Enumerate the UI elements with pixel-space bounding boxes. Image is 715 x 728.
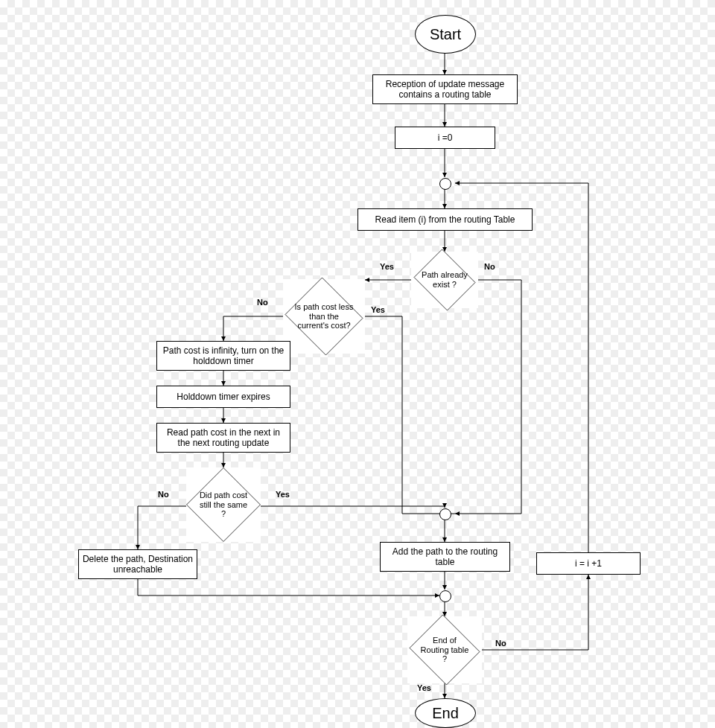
label-end-table-no: No — [495, 639, 506, 648]
path-exist-text: Path already exist ? — [411, 252, 478, 308]
process-read-next: Read path cost in the next in the next r… — [156, 423, 290, 453]
decision-path-exist: Path already exist ? — [411, 252, 478, 308]
arrows-layer — [0, 0, 715, 728]
process-init: i =0 — [395, 127, 495, 149]
end-terminator: End — [415, 698, 476, 728]
increment-text: i = i +1 — [575, 558, 602, 569]
cost-less-text: Is path cost less than the current's cos… — [283, 279, 365, 354]
process-reception: Reception of update message contains a r… — [372, 74, 518, 104]
label-cost-less-yes: Yes — [371, 305, 385, 314]
read-next-text: Read path cost in the next in the next r… — [160, 427, 287, 449]
process-infinity: Path cost is infinity, turn on the holdd… — [156, 341, 290, 371]
connector-1 — [439, 178, 451, 190]
process-add: Add the path to the routing table — [380, 542, 510, 572]
process-expires: Holddown timer expires — [156, 386, 290, 408]
label-path-exist-no: No — [484, 262, 495, 271]
delete-text: Delete the path, Destination unreachable — [82, 554, 194, 575]
label-end-table-yes: Yes — [417, 683, 431, 692]
init-text: i =0 — [438, 132, 453, 143]
label-still-same-yes: Yes — [276, 490, 290, 499]
decision-end-table: End of Routing table ? — [407, 616, 482, 683]
start-terminator: Start — [415, 15, 476, 54]
end-text: End — [432, 705, 459, 722]
end-table-text: End of Routing table ? — [407, 616, 482, 683]
decision-still-same: Did path cost still the same ? — [186, 467, 261, 542]
read-item-text: Read item (i) from the routing Table — [375, 214, 515, 225]
reception-text: Reception of update message contains a r… — [376, 79, 514, 100]
still-same-text: Did path cost still the same ? — [186, 467, 261, 542]
connector-3 — [439, 590, 451, 602]
expires-text: Holddown timer expires — [177, 392, 270, 402]
decision-cost-less: Is path cost less than the current's cos… — [283, 279, 365, 354]
label-cost-less-no: No — [257, 298, 268, 307]
label-path-exist-yes: Yes — [380, 262, 394, 271]
connector-2 — [439, 508, 451, 520]
label-still-same-no: No — [158, 490, 169, 499]
flowchart-canvas: Start Reception of update message contai… — [0, 0, 715, 728]
process-delete: Delete the path, Destination unreachable — [78, 549, 197, 579]
start-text: Start — [430, 26, 461, 43]
infinity-text: Path cost is infinity, turn on the holdd… — [160, 345, 287, 367]
add-text: Add the path to the routing table — [384, 546, 506, 568]
process-increment: i = i +1 — [536, 552, 641, 575]
process-read-item: Read item (i) from the routing Table — [358, 208, 533, 231]
